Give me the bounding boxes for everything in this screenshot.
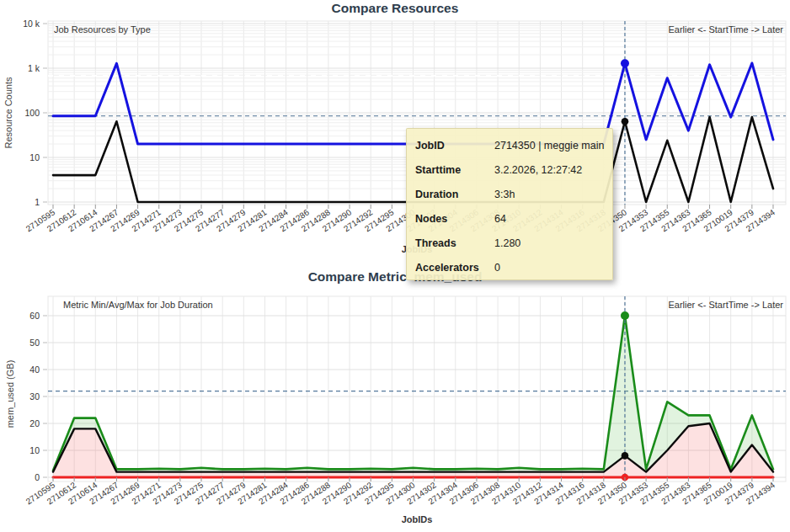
bottom-chart-y-axis-title: mem_used (GB) [5, 360, 15, 428]
bottom-chart-direction-label: Earlier <- StartTime -> Later [668, 300, 783, 310]
tooltip-row-threads: Threads 1.280 [407, 231, 612, 255]
tooltip-label: Starttime [415, 164, 494, 176]
y-tick-label: 30 [29, 391, 40, 402]
compare-charts-page: 1101001 k10 k271059527106122710614271426… [0, 0, 790, 532]
tooltip-label: Nodes [415, 213, 494, 225]
tooltip-value: 3.2.2026, 12:27:42 [494, 164, 604, 176]
tooltip-row-nodes: Nodes 64 [407, 206, 612, 231]
tooltip-row-starttime: Starttime 3.2.2026, 12:27:42 [407, 157, 612, 182]
y-tick-label: 40 [29, 364, 40, 375]
job-hover-tooltip: JobID 2714350 | meggie main Starttime 3.… [406, 128, 613, 280]
bottom-chart-legend-label: Metric Min/Avg/Max for Job Duration [63, 300, 213, 310]
tooltip-value: 2714350 | meggie main [494, 140, 604, 152]
bottom-chart-x-axis-title: JobIDs [402, 514, 433, 524]
highlight-marker-max[interactable] [621, 311, 629, 320]
tooltip-row-jobid: JobID 2714350 | meggie main [407, 133, 612, 157]
tooltip-value: 64 [494, 213, 604, 225]
y-tick-label: 1 k [28, 63, 40, 73]
tooltip-label: Threads [415, 237, 494, 249]
tooltip-row-accelerators: Accelerators 0 [407, 255, 612, 279]
y-tick-label: 10 [29, 152, 40, 162]
y-tick-label: 20 [29, 418, 40, 428]
tooltip-row-duration: Duration 3:3h [407, 182, 612, 206]
y-tick-label: 100 [24, 108, 40, 118]
top-chart-title: Compare Resources [0, 1, 790, 16]
y-tick-label: 60 [29, 311, 40, 321]
tooltip-label: Duration [415, 189, 494, 200]
tooltip-value: 0 [494, 262, 604, 274]
charts-canvas[interactable]: 1101001 k10 k271059527106122710614271426… [0, 0, 790, 532]
highlight-marker-avg[interactable] [622, 452, 629, 460]
tooltip-label: JobID [415, 140, 494, 152]
tooltip-value: 3:3h [494, 189, 604, 200]
top-chart-legend-label: Job Resources by Type [54, 24, 151, 35]
y-tick-label: 10 k [23, 19, 40, 29]
top-chart-direction-label: Earlier <- StartTime -> Later [668, 24, 783, 35]
y-tick-label: 0 [35, 472, 40, 482]
top-chart-y-axis-title: Resource Counts [3, 77, 13, 149]
highlight-marker-nodes[interactable] [622, 118, 629, 125]
tooltip-label: Accelerators [415, 262, 494, 274]
y-tick-label: 10 [29, 445, 40, 455]
bottom-chart-title: Compare Metric mem_used [0, 269, 790, 285]
tooltip-value: 1.280 [494, 237, 604, 249]
highlight-marker-threads[interactable] [621, 59, 629, 67]
y-tick-label: 50 [29, 338, 40, 348]
y-tick-label: 1 [35, 197, 40, 207]
